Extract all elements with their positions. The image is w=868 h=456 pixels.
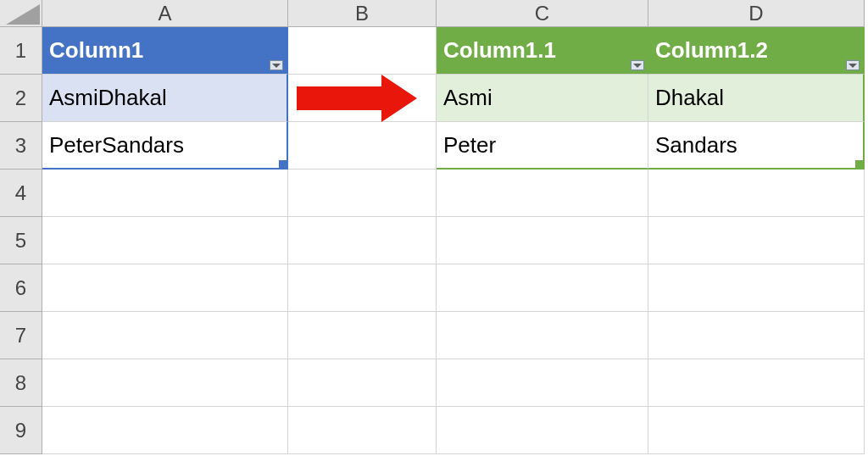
edge [865,359,868,407]
edge [865,312,868,359]
cell-D4[interactable] [648,170,865,217]
cell-B4[interactable] [288,170,437,217]
cell-B1[interactable] [288,27,437,75]
cell-B6[interactable] [288,264,437,312]
table-header-column1-2[interactable]: Column1.2 [648,27,865,75]
cell-C3[interactable]: Peter [437,122,648,170]
header-label: Column1.1 [443,37,556,64]
table-header-column1-1[interactable]: Column1.1 [437,27,648,75]
cell-D6[interactable] [648,264,865,312]
table-resize-handle[interactable] [279,160,287,169]
col-header-C[interactable]: C [437,0,648,27]
cell-D2[interactable]: Dhakal [648,75,865,122]
cell-D9[interactable] [648,407,865,454]
cell-C4[interactable] [437,170,648,217]
cell-B5[interactable] [288,217,437,264]
filter-dropdown-icon[interactable] [846,60,860,70]
cell-B3[interactable] [288,122,437,170]
cell-value: Peter [443,132,496,158]
red-arrow-icon [297,75,424,122]
cell-A4[interactable] [42,170,288,217]
row-header-9[interactable]: 9 [0,407,42,454]
cell-B2[interactable] [288,75,437,122]
row-header-2[interactable]: 2 [0,75,42,122]
row-header-7[interactable]: 7 [0,312,42,359]
cell-B9[interactable] [288,407,437,454]
cell-C5[interactable] [437,217,648,264]
header-label: Column1 [49,37,143,64]
cell-C7[interactable] [437,312,648,359]
cell-D8[interactable] [648,359,865,407]
select-all-corner[interactable] [0,0,42,27]
cell-C2[interactable]: Asmi [437,75,648,122]
col-header-D[interactable]: D [648,0,865,27]
row-header-8[interactable]: 8 [0,359,42,407]
col-header-A[interactable]: A [42,0,288,27]
row-header-1[interactable]: 1 [0,27,42,75]
cell-B8[interactable] [288,359,437,407]
cell-A5[interactable] [42,217,288,264]
cell-A9[interactable] [42,407,288,454]
row-header-6[interactable]: 6 [0,264,42,312]
spreadsheet-grid: A B C D 1 Column1 Column1.1 Column1.2 2 … [0,0,868,454]
row-header-4[interactable]: 4 [0,170,42,217]
cell-D5[interactable] [648,217,865,264]
table-header-column1[interactable]: Column1 [42,27,288,75]
cell-value: AsmiDhakal [49,85,167,111]
cell-value: Sandars [655,132,737,158]
cell-A2[interactable]: AsmiDhakal [42,75,288,122]
cell-C6[interactable] [437,264,648,312]
header-label: Column1.2 [655,37,768,64]
filter-dropdown-icon[interactable] [270,60,283,70]
cell-D7[interactable] [648,312,865,359]
edge [865,264,868,312]
cell-A3[interactable]: PeterSandars [42,122,288,170]
edge [865,0,868,27]
filter-dropdown-icon[interactable] [631,60,644,70]
edge [865,75,868,122]
edge [865,407,868,454]
col-header-B[interactable]: B [288,0,437,27]
row-header-5[interactable]: 5 [0,217,42,264]
row-header-3[interactable]: 3 [0,122,42,170]
edge [865,122,868,170]
cell-value: Dhakal [655,85,724,111]
edge [865,27,868,75]
cell-C8[interactable] [437,359,648,407]
cell-D3[interactable]: Sandars [648,122,865,170]
edge [865,217,868,264]
cell-value: Asmi [443,85,492,111]
cell-value: PeterSandars [49,132,184,158]
cell-B7[interactable] [288,312,437,359]
table-resize-handle[interactable] [855,160,864,169]
cell-A7[interactable] [42,312,288,359]
cell-A6[interactable] [42,264,288,312]
edge [865,170,868,217]
cell-C9[interactable] [437,407,648,454]
cell-A8[interactable] [42,359,288,407]
